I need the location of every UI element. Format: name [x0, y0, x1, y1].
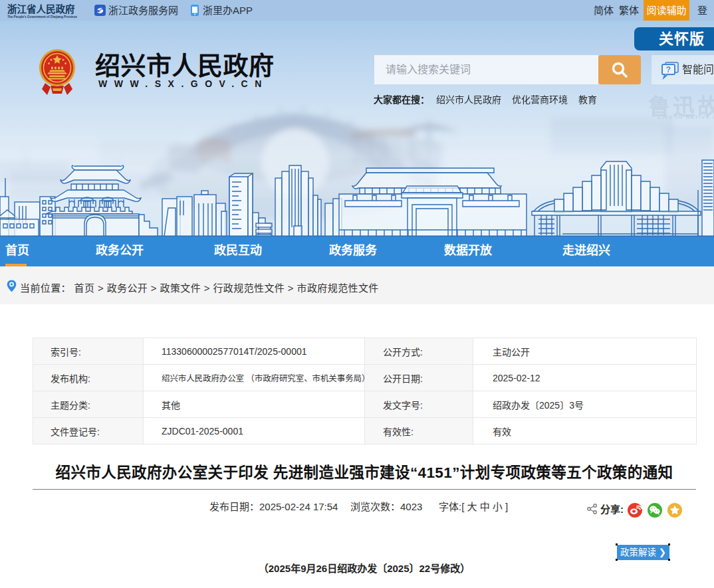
svg-text:?: ? [666, 65, 671, 74]
